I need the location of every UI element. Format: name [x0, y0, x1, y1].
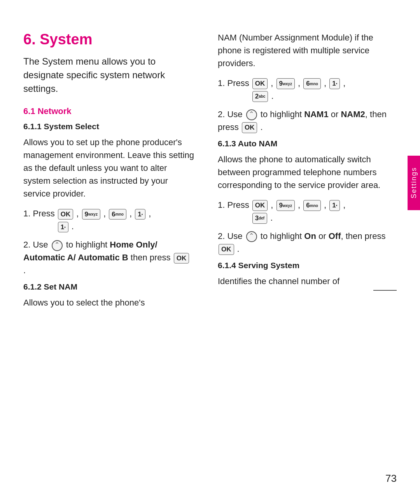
key-1-1: 1▪: [135, 209, 145, 220]
key-3def-a1: 3def: [252, 213, 267, 224]
key-ok-step2: OK: [174, 253, 189, 264]
right-column: NAM (Number Assignment Module) if the ph…: [210, 31, 397, 481]
step-1-right: 1. Press OK , 9wxyz , 6mno , 1▪ , 2abc .: [218, 77, 397, 102]
step-2-right: 2. Use to highlight NAM1 or NAM2, then p…: [218, 108, 397, 133]
nav-icon-3: [246, 231, 257, 242]
key-ok-a1: OK: [252, 200, 268, 211]
body-612: Allows you to select the phone's: [23, 296, 194, 309]
body-611: Allows you to set up the phone producer'…: [23, 136, 194, 200]
key-1-r1: 1▪: [329, 78, 340, 89]
left-column: 6. System The System menu allows you to …: [23, 31, 210, 481]
subsection-title-61: 6.1 Network: [23, 106, 194, 116]
subsubsection-title-611: 6.1.1 System Select: [23, 122, 194, 131]
key-ok-autonam: OK: [219, 244, 234, 255]
subsubsection-title-613: 6.1.3 Auto NAM: [218, 139, 397, 148]
section-title: 6. System: [23, 31, 194, 48]
key-6mno-a1: 6mno: [303, 200, 321, 211]
key-6mno-1: 6mno: [109, 209, 126, 220]
section-intro: The System menu allows you to designate …: [23, 55, 194, 95]
nav-icon-2: [246, 109, 257, 120]
key-ok-1: OK: [58, 209, 74, 220]
key-1-2: 1▪: [58, 222, 68, 233]
body-614: Identifies the channel number of: [218, 275, 362, 288]
key-1-a1: 1▪: [329, 200, 340, 211]
step-1-autonam: 1. Press OK , 9wxyz , 6mno , 1▪ , 3def .: [218, 198, 397, 224]
key-9wxyz-a1: 9wxyz: [276, 200, 295, 211]
subsubsection-title-612: 6.1.2 Set NAM: [23, 282, 194, 292]
key-9wxyz-r1: 9wxyz: [276, 78, 295, 89]
divider: [373, 290, 397, 291]
key-ok-step2r: OK: [242, 122, 257, 133]
page-number: 73: [385, 472, 397, 485]
key-9wxyz-1: 9wxyz: [82, 209, 100, 220]
page: 6. System The System menu allows you to …: [0, 0, 420, 504]
intro-right: NAM (Number Assignment Module) if the ph…: [218, 31, 397, 70]
sidebar-tab: Settings: [408, 156, 420, 210]
subsubsection-title-614: 6.1.4 Serving System: [218, 261, 397, 270]
key-2abc-r1: 2abc: [252, 91, 268, 102]
sidebar-label: Settings: [410, 167, 418, 198]
key-6mno-r1: 6mno: [303, 78, 321, 89]
key-ok-r1: OK: [252, 78, 268, 89]
step-2-autonam: 2. Use to highlight On or Off, then pres…: [218, 230, 397, 255]
step-1-left: 1. Press OK , 9wxyz , 6mno , 1▪ , 1▪ .: [23, 207, 194, 233]
nav-icon-1: [52, 240, 63, 251]
body-613: Allows the phone to automatically switch…: [218, 153, 397, 191]
step-2-left: 2. Use to highlight Home Only/ Automatic…: [23, 238, 194, 277]
